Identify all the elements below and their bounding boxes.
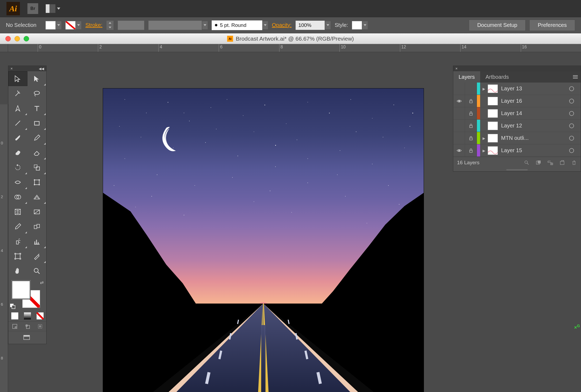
- zoom-window-button[interactable]: [24, 36, 29, 41]
- lasso-tool[interactable]: [27, 86, 47, 101]
- lock-toggle[interactable]: [465, 95, 477, 107]
- pen-tool[interactable]: [8, 101, 27, 116]
- locate-object-icon[interactable]: [524, 160, 530, 166]
- visibility-toggle[interactable]: [453, 83, 465, 95]
- default-fill-stroke-icon[interactable]: [10, 304, 15, 309]
- layer-name[interactable]: Layer 16: [501, 98, 566, 104]
- symbol-sprayer-tool[interactable]: [8, 234, 27, 249]
- collapse-icon[interactable]: ◀◀: [39, 67, 44, 71]
- close-icon[interactable]: ×: [10, 66, 13, 71]
- stroke-swatch[interactable]: [65, 21, 76, 30]
- perspective-grid-tool[interactable]: [27, 190, 47, 204]
- layer-row[interactable]: Layer 12: [453, 120, 581, 132]
- layer-name[interactable]: MTN outli...: [501, 135, 566, 141]
- color-mode-none[interactable]: [37, 312, 44, 319]
- width-tool[interactable]: [8, 175, 27, 190]
- line-segment-tool[interactable]: [8, 116, 27, 130]
- expand-toggle[interactable]: ▸: [480, 147, 488, 154]
- expand-toggle[interactable]: ▸: [480, 85, 488, 92]
- eraser-tool[interactable]: [27, 145, 47, 160]
- target-icon[interactable]: [566, 111, 577, 116]
- layer-thumbnail[interactable]: [488, 84, 498, 93]
- new-layer-icon[interactable]: [559, 160, 565, 166]
- selection-tool[interactable]: [8, 71, 27, 86]
- tab-artboards[interactable]: Artboards: [480, 71, 514, 83]
- lock-toggle[interactable]: [465, 132, 477, 144]
- layer-row[interactable]: ▸Layer 15: [453, 144, 581, 157]
- minimize-window-button[interactable]: [15, 36, 20, 41]
- slice-tool[interactable]: [27, 249, 47, 263]
- draw-normal-icon[interactable]: [8, 322, 21, 331]
- target-icon[interactable]: [566, 136, 577, 141]
- document-setup-button[interactable]: Document Setup: [469, 20, 526, 31]
- brush-dropdown[interactable]: [262, 21, 268, 30]
- panel-resize-grip[interactable]: [453, 168, 581, 171]
- clipping-mask-icon[interactable]: [536, 160, 541, 166]
- layer-row[interactable]: Layer 16: [453, 95, 581, 107]
- stroke-dropdown[interactable]: [76, 21, 82, 30]
- stroke-weight-field[interactable]: [118, 20, 144, 30]
- column-graph-tool[interactable]: [27, 234, 47, 249]
- close-icon[interactable]: ×: [455, 66, 458, 71]
- visibility-toggle[interactable]: [453, 132, 465, 144]
- brush-definition[interactable]: 5 pt. Round: [212, 20, 262, 30]
- layer-thumbnail[interactable]: [488, 122, 498, 130]
- hand-tool[interactable]: [8, 263, 27, 278]
- bridge-icon[interactable]: Br: [27, 3, 38, 14]
- layer-name[interactable]: Layer 14: [501, 110, 566, 116]
- ruler-origin[interactable]: [0, 44, 8, 52]
- tab-layers[interactable]: Layers: [453, 71, 480, 83]
- lock-toggle[interactable]: [465, 144, 477, 156]
- arrange-documents-dropdown[interactable]: [46, 4, 60, 13]
- direct-selection-tool[interactable]: [27, 71, 47, 86]
- graphic-style-dropdown[interactable]: [362, 21, 368, 30]
- pencil-tool[interactable]: [27, 130, 47, 145]
- lock-toggle[interactable]: [465, 107, 477, 119]
- variable-width-profile[interactable]: [148, 20, 202, 30]
- layers-panel-header[interactable]: ×: [453, 66, 581, 71]
- vertical-ruler[interactable]: 0246810: [0, 104, 8, 392]
- opacity-link[interactable]: Opacity:: [272, 22, 292, 28]
- fill-dropdown[interactable]: [56, 21, 62, 30]
- free-transform-tool[interactable]: [27, 175, 47, 190]
- fill-color-icon[interactable]: [12, 281, 30, 299]
- layer-name[interactable]: Layer 13: [501, 85, 566, 92]
- magic-wand-tool[interactable]: [8, 86, 27, 101]
- swap-fill-stroke-icon[interactable]: ⇄: [40, 280, 44, 285]
- new-sublayer-icon[interactable]: [547, 160, 553, 166]
- rotate-tool[interactable]: [8, 160, 27, 175]
- fill-swatch[interactable]: [45, 21, 56, 30]
- visibility-toggle[interactable]: [453, 120, 465, 132]
- visibility-toggle[interactable]: [453, 144, 465, 156]
- panel-menu-icon[interactable]: [570, 71, 581, 83]
- target-icon[interactable]: [566, 123, 577, 128]
- artboard[interactable]: [103, 88, 424, 392]
- target-icon[interactable]: [566, 99, 577, 104]
- visibility-toggle[interactable]: [453, 95, 465, 107]
- draw-behind-icon[interactable]: [21, 322, 34, 331]
- expand-toggle[interactable]: ▸: [480, 135, 488, 141]
- type-tool[interactable]: [27, 101, 47, 116]
- visibility-toggle[interactable]: [453, 107, 465, 119]
- layer-row[interactable]: Layer 14: [453, 107, 581, 120]
- tools-panel-header[interactable]: × ◀◀: [8, 66, 46, 71]
- close-window-button[interactable]: [5, 36, 11, 41]
- draw-inside-icon[interactable]: [34, 322, 46, 331]
- layer-name[interactable]: Layer 12: [501, 123, 566, 129]
- target-icon[interactable]: [566, 86, 577, 91]
- paintbrush-tool[interactable]: [8, 130, 27, 145]
- delete-layer-icon[interactable]: [571, 160, 577, 166]
- blob-brush-tool[interactable]: [8, 145, 27, 160]
- opacity-dropdown[interactable]: [325, 21, 331, 30]
- color-mode-gradient[interactable]: [24, 312, 31, 319]
- layer-name[interactable]: Layer 15: [501, 147, 566, 154]
- target-icon[interactable]: [566, 148, 577, 153]
- layer-thumbnail[interactable]: [488, 109, 498, 118]
- blend-tool[interactable]: [27, 219, 47, 234]
- layer-thumbnail[interactable]: [488, 146, 498, 155]
- scale-tool[interactable]: [27, 160, 47, 175]
- layer-row[interactable]: ▸MTN outli...: [453, 132, 581, 144]
- shape-builder-tool[interactable]: [8, 190, 27, 204]
- lock-toggle[interactable]: [465, 83, 477, 95]
- stroke-link[interactable]: Stroke:: [85, 22, 102, 28]
